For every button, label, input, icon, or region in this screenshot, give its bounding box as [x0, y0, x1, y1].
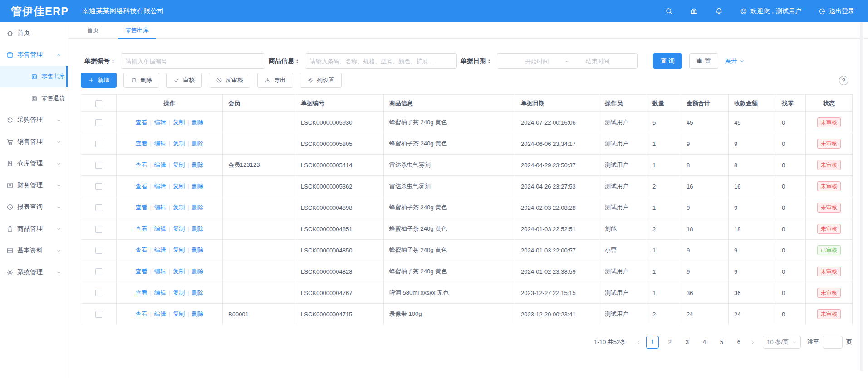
cell-status: 未审核 [806, 282, 853, 304]
bell-icon[interactable] [715, 7, 723, 15]
delete-button[interactable]: 删除 [123, 73, 159, 88]
delete-link[interactable]: 删除 [192, 268, 204, 275]
delete-link[interactable]: 删除 [192, 247, 204, 253]
view-link[interactable]: 查看 [135, 140, 147, 147]
delete-link[interactable]: 删除 [192, 183, 204, 189]
delete-link[interactable]: 删除 [192, 140, 204, 147]
edit-link[interactable]: 编辑 [154, 161, 166, 168]
column-settings-button[interactable]: 列设置 [300, 73, 342, 88]
row-checkbox[interactable] [95, 204, 102, 211]
jump-to-input[interactable] [823, 336, 843, 349]
edit-link[interactable]: 编辑 [154, 268, 166, 275]
copy-link[interactable]: 复制 [173, 140, 185, 147]
delete-link[interactable]: 删除 [192, 119, 204, 126]
next-page-button[interactable] [750, 339, 755, 345]
reset-button[interactable]: 重 置 [689, 53, 718, 69]
sidebar-item-finance-management[interactable]: 财务管理 [0, 174, 68, 196]
delete-link[interactable]: 删除 [192, 161, 204, 168]
help-icon[interactable]: ? [839, 76, 848, 85]
sidebar-item-purchase-management[interactable]: 采购管理 [0, 109, 68, 131]
copy-link[interactable]: 复制 [173, 268, 185, 275]
copy-link[interactable]: 复制 [173, 183, 185, 189]
sidebar-item-goods-management[interactable]: 商品管理 [0, 218, 68, 240]
search-icon[interactable] [665, 7, 673, 15]
copy-link[interactable]: 复制 [173, 119, 185, 126]
bank-icon[interactable] [690, 7, 698, 15]
copy-link[interactable]: 复制 [173, 204, 185, 211]
row-checkbox[interactable] [95, 162, 102, 169]
bill-no-input[interactable] [121, 53, 265, 69]
scrollbar[interactable] [860, 22, 863, 371]
edit-link[interactable]: 编辑 [154, 119, 166, 126]
prev-page-button[interactable] [636, 339, 641, 345]
row-checkbox[interactable] [95, 290, 102, 296]
start-date-input[interactable] [510, 58, 564, 65]
expand-filters-link[interactable]: 展开 [725, 57, 745, 65]
cell-change: 0 [776, 282, 806, 304]
tab-retail-outbound[interactable]: 零售出库 [118, 22, 156, 38]
select-all-checkbox[interactable] [95, 100, 102, 107]
view-link[interactable]: 查看 [135, 225, 147, 232]
row-checkbox[interactable] [95, 247, 102, 254]
sidebar-item-warehouse-management[interactable]: 仓库管理 [0, 153, 68, 174]
sidebar-item-retail-return[interactable]: 零售退货 [0, 87, 68, 109]
view-link[interactable]: 查看 [135, 289, 147, 296]
view-link[interactable]: 查看 [135, 268, 147, 275]
sidebar-item-label: 仓库管理 [17, 160, 43, 168]
add-button[interactable]: 新增 [81, 73, 117, 88]
view-link[interactable]: 查看 [135, 204, 147, 211]
logout-button[interactable]: 退出登录 [819, 7, 854, 15]
delete-link[interactable]: 删除 [192, 204, 204, 211]
product-info-input[interactable] [305, 53, 457, 69]
sidebar-item-home[interactable]: 首页 [0, 22, 68, 44]
delete-link[interactable]: 删除 [192, 310, 204, 317]
export-button[interactable]: 导出 [257, 73, 293, 88]
view-link[interactable]: 查看 [135, 119, 147, 126]
row-checkbox[interactable] [95, 268, 102, 275]
page-button-2[interactable]: 2 [663, 336, 676, 349]
view-link[interactable]: 查看 [135, 247, 147, 253]
page-size-select[interactable]: 10 条/页 [763, 336, 801, 349]
copy-link[interactable]: 复制 [173, 161, 185, 168]
copy-link[interactable]: 复制 [173, 289, 185, 296]
edit-link[interactable]: 编辑 [154, 225, 166, 232]
edit-link[interactable]: 编辑 [154, 289, 166, 296]
sidebar-item-report-query[interactable]: 报表查询 [0, 196, 68, 218]
sidebar-item-sales-management[interactable]: 销售管理 [0, 131, 68, 153]
edit-link[interactable]: 编辑 [154, 310, 166, 317]
copy-link[interactable]: 复制 [173, 310, 185, 317]
tab-home[interactable]: 首页 [80, 22, 106, 38]
logout-icon [819, 8, 826, 15]
row-checkbox[interactable] [95, 141, 102, 147]
row-checkbox[interactable] [95, 226, 102, 233]
end-date-input[interactable] [571, 58, 624, 65]
edit-link[interactable]: 编辑 [154, 140, 166, 147]
view-link[interactable]: 查看 [135, 161, 147, 168]
delete-link[interactable]: 删除 [192, 289, 204, 296]
row-checkbox[interactable] [95, 183, 102, 190]
welcome-user[interactable]: 欢迎您，测试用户 [740, 7, 801, 15]
view-link[interactable]: 查看 [135, 310, 147, 317]
page-button-5[interactable]: 5 [715, 336, 728, 349]
delete-link[interactable]: 删除 [192, 225, 204, 232]
date-range-picker[interactable]: ~ [497, 53, 638, 69]
row-checkbox[interactable] [95, 119, 102, 126]
edit-link[interactable]: 编辑 [154, 183, 166, 189]
sidebar-item-system-management[interactable]: 系统管理 [0, 262, 68, 283]
row-checkbox[interactable] [95, 311, 102, 318]
edit-link[interactable]: 编辑 [154, 204, 166, 211]
copy-link[interactable]: 复制 [173, 247, 185, 253]
audit-button[interactable]: 审核 [166, 73, 202, 88]
search-button[interactable]: 查 询 [653, 53, 682, 69]
page-button-6[interactable]: 6 [732, 336, 745, 349]
sidebar-item-basic-data[interactable]: 基本资料 [0, 240, 68, 262]
page-button-1[interactable]: 1 [646, 336, 659, 349]
view-link[interactable]: 查看 [135, 183, 147, 189]
unaudit-button[interactable]: 反审核 [209, 73, 250, 88]
page-button-4[interactable]: 4 [698, 336, 711, 349]
copy-link[interactable]: 复制 [173, 225, 185, 232]
sidebar-item-retail-management[interactable]: 零售管理 [0, 44, 68, 66]
edit-link[interactable]: 编辑 [154, 247, 166, 253]
page-button-3[interactable]: 3 [681, 336, 693, 349]
sidebar-item-retail-outbound[interactable]: 零售出库 [0, 66, 68, 87]
